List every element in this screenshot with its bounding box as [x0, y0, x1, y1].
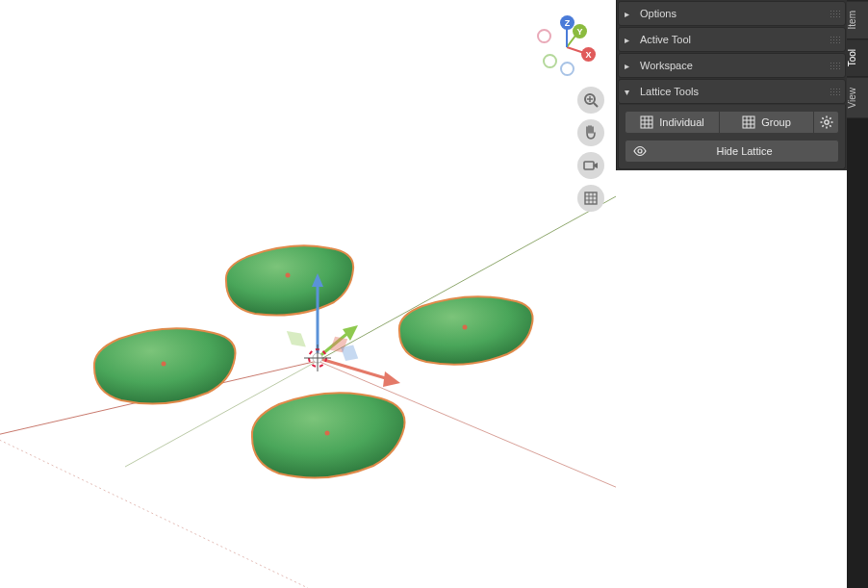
svg-marker-9	[383, 371, 400, 387]
panel-title: Options	[640, 8, 677, 19]
individual-button[interactable]: Individual	[625, 111, 720, 134]
svg-point-40	[824, 120, 828, 124]
chevron-right-icon: ▸	[625, 9, 632, 19]
axis-x-line-neg	[0, 361, 318, 447]
axis-x-line	[318, 361, 616, 520]
svg-rect-35	[743, 116, 754, 128]
svg-marker-7	[343, 325, 358, 341]
chevron-right-icon: ▸	[625, 35, 632, 45]
panel-active-tool[interactable]: ▸ Active Tool	[618, 27, 846, 52]
nav-axis-neg-y[interactable]	[543, 54, 557, 68]
svg-line-21	[594, 103, 598, 107]
tab-label: View	[847, 88, 857, 109]
panel-title: Active Tool	[640, 34, 691, 45]
axis-label: Z	[565, 18, 571, 28]
panel-lattice-tools[interactable]: ▾ Lattice Tools	[618, 79, 846, 104]
axis-label: X	[585, 50, 591, 60]
svg-point-1	[463, 325, 468, 330]
scene-objects	[0, 0, 616, 588]
axis-y-line	[318, 154, 616, 361]
lattice-settings-button[interactable]	[814, 111, 839, 134]
svg-rect-25	[585, 192, 597, 204]
panel-options[interactable]: ▸ Options	[618, 1, 846, 26]
svg-rect-30	[641, 116, 652, 128]
lattice-icon	[640, 115, 653, 129]
drag-handle-icon[interactable]	[830, 62, 841, 69]
tab-label: Item	[847, 11, 857, 29]
svg-point-0	[286, 273, 291, 278]
svg-point-49	[638, 149, 642, 153]
side-panel: ▸ Options ▸ Active Tool ▸ Workspace ▾ La…	[616, 0, 847, 170]
drag-handle-icon[interactable]	[830, 36, 841, 43]
group-button[interactable]: Group	[720, 111, 814, 134]
nav-axis-y[interactable]: Y	[573, 24, 587, 38]
svg-point-3	[325, 431, 330, 436]
axis-y-line-neg	[125, 361, 318, 467]
pillow-object	[226, 245, 353, 315]
zoom-icon	[583, 92, 599, 108]
nav-axis-neg-x[interactable]	[537, 29, 551, 43]
chevron-down-icon: ▾	[625, 87, 632, 97]
pillow-object	[399, 296, 533, 365]
button-label: Hide Lattice	[658, 145, 830, 157]
panel-title: Lattice Tools	[640, 86, 699, 97]
svg-rect-12	[287, 331, 306, 346]
panel-workspace[interactable]: ▸ Workspace	[618, 53, 846, 78]
svg-rect-10	[330, 337, 347, 352]
tab-view[interactable]: View	[847, 77, 868, 118]
panel-title: Workspace	[640, 60, 693, 71]
drag-handle-icon[interactable]	[830, 88, 841, 95]
drag-handle-icon[interactable]	[830, 10, 841, 17]
grid-line	[0, 438, 308, 588]
pan-icon	[583, 125, 599, 141]
lattice-tools-body: Individual Group Hide Lattice	[618, 105, 846, 169]
svg-point-2	[162, 362, 166, 367]
tab-item[interactable]: Item	[847, 0, 868, 38]
pillow-object	[94, 328, 236, 403]
viewport-nav-buttons	[577, 87, 604, 212]
tab-tool[interactable]: Tool	[847, 38, 868, 76]
pan-button[interactable]	[577, 119, 604, 146]
svg-rect-24	[584, 162, 594, 169]
svg-line-46	[830, 125, 830, 126]
svg-marker-5	[312, 273, 323, 287]
camera-icon	[583, 158, 599, 173]
3d-cursor	[304, 345, 331, 371]
zoom-button[interactable]	[577, 87, 604, 114]
ortho-icon	[583, 191, 599, 206]
svg-line-8	[318, 358, 389, 379]
nav-axis-neg-z[interactable]	[560, 62, 574, 76]
button-label: Group	[761, 116, 791, 128]
svg-line-6	[318, 331, 350, 358]
svg-point-13	[313, 353, 322, 363]
eye-icon	[633, 144, 647, 158]
lattice-button-row: Individual Group	[625, 111, 839, 134]
svg-rect-11	[341, 345, 358, 361]
hide-lattice-button[interactable]: Hide Lattice	[625, 140, 839, 163]
svg-line-48	[830, 117, 830, 118]
svg-line-47	[822, 125, 823, 126]
panel-tabs: Item Tool View	[847, 0, 868, 588]
tab-label: Tool	[847, 49, 857, 66]
button-label: Individual	[659, 116, 703, 128]
chevron-right-icon: ▸	[625, 61, 632, 71]
ortho-button[interactable]	[577, 185, 604, 212]
pillow-object	[252, 393, 405, 477]
camera-button[interactable]	[577, 152, 604, 179]
transform-gizmo[interactable]	[287, 273, 400, 387]
nav-axis-x[interactable]: X	[581, 47, 596, 62]
svg-line-45	[822, 117, 823, 118]
nav-gizmo[interactable]: Z Y X	[535, 15, 599, 79]
gear-icon	[820, 115, 833, 129]
lattice-icon	[742, 115, 755, 129]
svg-point-14	[309, 349, 326, 367]
axis-label: Y	[576, 27, 582, 37]
